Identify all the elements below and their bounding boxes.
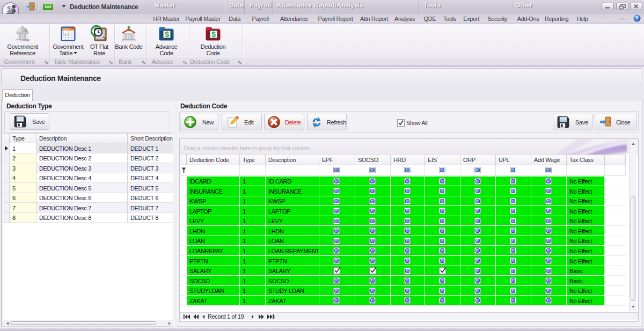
svg-text:$: $ <box>165 30 169 39</box>
svg-text:?: ? <box>635 16 639 21</box>
svg-text:$: $ <box>211 30 216 39</box>
